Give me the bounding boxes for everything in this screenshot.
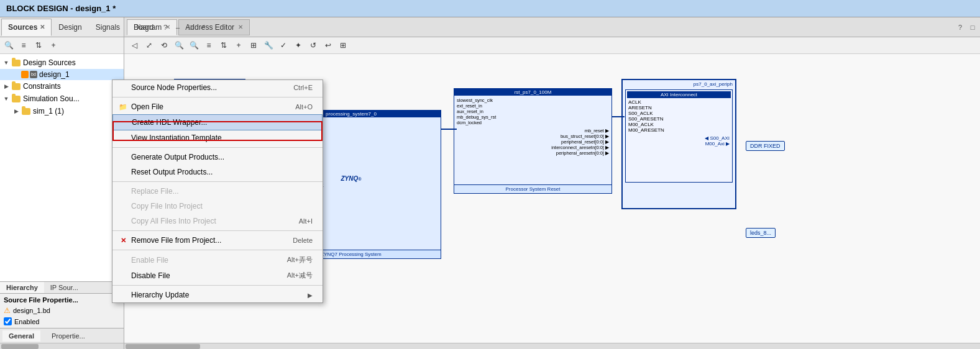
folder-icon-design-sources bbox=[11, 58, 21, 68]
list-btn[interactable]: ≡ bbox=[17, 39, 30, 52]
menu-enable-file-label: Enable File bbox=[131, 256, 168, 265]
block-proc-reset-ports: slowest_sync_clk ext_reset_in aux_reset_… bbox=[454, 96, 611, 158]
help-icon[interactable]: ? bbox=[160, 22, 170, 32]
prs-port-aux-reset: aux_reset_in bbox=[457, 109, 609, 114]
diagram-h-scroll[interactable] bbox=[124, 343, 980, 349]
undo-btn[interactable]: ↩ bbox=[322, 39, 334, 52]
tab-sources[interactable]: Sources ✕ bbox=[1, 19, 52, 36]
menu-create-hdl-wrapper[interactable]: Create HDL Wrapper... bbox=[112, 114, 323, 130]
menu-remove-file[interactable]: ✕ Remove File from Project... Delete bbox=[112, 233, 323, 248]
block-proc-reset[interactable]: rst_ps7_0_100M slowest_sync_clk ext_rese… bbox=[454, 88, 612, 194]
menu-disable-shortcut: Alt+减号 bbox=[287, 271, 313, 280]
diagram-toolbar: ◁ ⤢ ⟲ 🔍 🔍 ≡ ⇅ + ⊞ 🔧 ✓ ✦ ↺ ↩ ⊞ bbox=[124, 37, 980, 54]
diagram-scroll-thumb[interactable] bbox=[126, 344, 200, 349]
tree-design-sources[interactable]: ▼ Design Sources bbox=[0, 57, 124, 69]
menu-hierarchy-update[interactable]: Hierarchy Update ▶ bbox=[112, 288, 323, 302]
diagram-help-icon[interactable]: ? bbox=[955, 22, 965, 32]
diagram-maximize-icon[interactable]: □ bbox=[968, 22, 978, 32]
constraints-label: Constraints bbox=[23, 82, 61, 91]
prs-port-dcm: dcm_locked bbox=[457, 120, 609, 125]
refresh-btn[interactable]: ↺ bbox=[307, 39, 319, 52]
block-ps7-periph[interactable]: ps7_0_axi_periph AXI Interconnect ACLK A… bbox=[621, 79, 736, 209]
add-module-btn[interactable]: ⊞ bbox=[247, 39, 260, 52]
tree-design-1[interactable]: bd design_1 bbox=[0, 69, 124, 80]
prs-port-periph-reset: peripheral_reset[0:0] ▶ bbox=[457, 139, 609, 145]
axii-port-s00-aclk: S00_ACLK bbox=[628, 111, 730, 116]
title-bar: BLOCK DESIGN - design_1 * bbox=[0, 0, 980, 17]
tab-ip-sources[interactable]: IP Sour... bbox=[44, 282, 85, 293]
menu-open-file[interactable]: 📁 Open File Alt+O bbox=[112, 99, 323, 114]
float-icon[interactable]: ⤢ bbox=[198, 22, 208, 32]
zoom-full-btn[interactable]: ⟲ bbox=[158, 39, 170, 52]
zoom-fit-btn[interactable]: ⤢ bbox=[143, 39, 155, 52]
sort-diagram-btn[interactable]: ⇅ bbox=[218, 39, 230, 52]
tab-design[interactable]: Design bbox=[52, 19, 88, 36]
left-panel: Sources ✕ Design Signals Board ? – □ ⤢ 🔍… bbox=[0, 17, 124, 349]
sim-sources-label: Simulation Sou... bbox=[23, 94, 80, 103]
maximize-icon[interactable]: □ bbox=[185, 22, 195, 32]
menu-enable-shortcut: Alt+弄号 bbox=[287, 255, 313, 265]
separator-3 bbox=[112, 181, 323, 182]
design-1-label: design_1 bbox=[39, 70, 70, 79]
back-btn[interactable]: ◁ bbox=[128, 39, 140, 52]
search-btn[interactable]: 🔍 bbox=[2, 39, 15, 52]
menu-open-file-shortcut: Alt+O bbox=[295, 103, 313, 111]
search-diagram-btn[interactable]: 🔍 bbox=[188, 39, 200, 52]
menu-copy-all-shortcut: Alt+I bbox=[299, 217, 313, 225]
menu-enable-file: Enable File Alt+弄号 bbox=[112, 252, 323, 268]
separator-4 bbox=[112, 230, 323, 231]
tab-general[interactable]: General bbox=[2, 330, 40, 342]
menu-generate-output[interactable]: Generate Output Products... bbox=[112, 150, 323, 165]
validate-btn[interactable]: ✓ bbox=[277, 39, 290, 52]
menu-reset-output[interactable]: Reset Output Products... bbox=[112, 165, 323, 179]
left-toolbar: 🔍 ≡ ⇅ + bbox=[0, 37, 124, 54]
tree-sim-sources[interactable]: ▼ Simulation Sou... bbox=[0, 93, 124, 105]
menu-reset-output-label: Reset Output Products... bbox=[131, 168, 213, 176]
menu-disable-file[interactable]: Disable File Alt+减号 bbox=[112, 268, 323, 283]
source-file-props-panel: Source File Propertie... ⚠ design_1.bd E… bbox=[0, 294, 124, 328]
design-sources-label: Design Sources bbox=[23, 58, 76, 67]
tab-signals[interactable]: Signals bbox=[89, 19, 127, 36]
add-ip-btn[interactable]: + bbox=[232, 39, 245, 52]
axi-interconnect-title: AXI Interconnect bbox=[627, 91, 731, 98]
axii-port-m00-aresetn: M00_ARESETN bbox=[628, 127, 730, 133]
axii-port-s00-axi: ◀ S00_AXI bbox=[628, 135, 730, 141]
menu-generate-output-label: Generate Output Products... bbox=[131, 153, 224, 161]
menu-view-instantiation-label: View Instantiation Template bbox=[131, 134, 222, 142]
tab-sources-close[interactable]: ✕ bbox=[40, 24, 45, 30]
minimize-icon[interactable]: – bbox=[173, 22, 183, 32]
enabled-label: Enabled bbox=[14, 318, 39, 325]
expand-arrow-constraints: ▶ bbox=[2, 83, 10, 90]
grid-btn[interactable]: ⊞ bbox=[337, 39, 349, 52]
warning-icon: ⚠ bbox=[4, 306, 11, 315]
zoom-in-btn[interactable]: 🔍 bbox=[173, 39, 185, 52]
enabled-checkbox[interactable] bbox=[4, 317, 12, 325]
tree-sim-1[interactable]: ▶ sim_1 (1) bbox=[0, 105, 124, 117]
wire-ps-to-rst bbox=[441, 129, 457, 130]
expand-arrow-design-sources: ▼ bbox=[2, 59, 10, 66]
remove-file-icon: ✕ bbox=[117, 235, 129, 246]
add-btn[interactable]: + bbox=[47, 39, 60, 52]
wrench-btn[interactable]: 🔧 bbox=[262, 39, 275, 52]
tab-properties[interactable]: Propertie... bbox=[45, 330, 91, 342]
sim-1-label: sim_1 (1) bbox=[33, 107, 64, 116]
list-diagram-btn[interactable]: ≡ bbox=[203, 39, 215, 52]
left-scroll-thumb[interactable] bbox=[1, 344, 39, 349]
prs-port-mb-debug: mb_debug_sys_rst bbox=[457, 114, 609, 120]
separator-6 bbox=[112, 285, 323, 286]
menu-copy-file: Copy File Into Project bbox=[112, 199, 323, 214]
left-h-scroll[interactable] bbox=[0, 343, 124, 349]
bottom-tabs: Hierarchy IP Sour... bbox=[0, 282, 124, 294]
tab-board[interactable]: Board bbox=[127, 19, 160, 36]
separator-1 bbox=[112, 97, 323, 97]
tree-constraints[interactable]: ▶ Constraints bbox=[0, 80, 124, 93]
menu-replace-file-label: Replace File... bbox=[131, 187, 179, 196]
sort-btn[interactable]: ⇅ bbox=[32, 39, 45, 52]
tab-hierarchy[interactable]: Hierarchy bbox=[0, 282, 44, 293]
menu-view-instantiation[interactable]: View Instantiation Template bbox=[112, 130, 323, 145]
address-editor-tab-close[interactable]: ✕ bbox=[238, 24, 243, 30]
menu-source-node-props[interactable]: Source Node Properties... Ctrl+E bbox=[112, 80, 323, 95]
block-axi-interconnect[interactable]: AXI Interconnect ACLK ARESETN S00_ACLK S… bbox=[625, 89, 733, 183]
diagram-tab-icons: ? □ bbox=[955, 22, 978, 32]
autoconnect-btn[interactable]: ✦ bbox=[292, 39, 305, 52]
